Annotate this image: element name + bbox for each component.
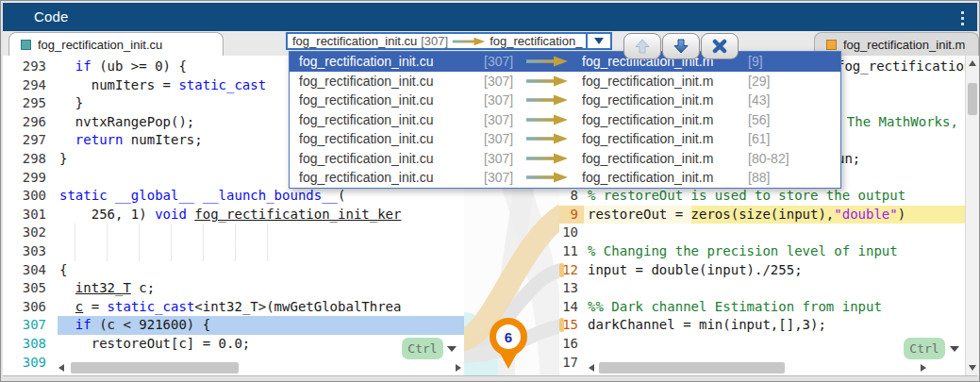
code-text: (c < 921600) { [91,316,210,335]
code-link[interactable]: int32_T [75,279,131,298]
code-text: numIters; [123,131,202,150]
source-hscroll-thumb[interactable] [71,362,239,374]
code-text: input = double(input)./255; [588,261,803,280]
next-trace-button[interactable] [662,33,700,59]
ctrl-key-badge-right[interactable]: Ctrl [904,338,945,359]
previous-trace-button[interactable] [623,33,661,59]
code-text: % restoreOut is used to store the output [588,187,905,206]
combo-dropdown-caret-icon[interactable] [586,34,610,48]
code-text: % Changing the precision level of input [588,242,898,261]
trace-list-item[interactable]: fog_rectification_init.cu[307]fog_rectif… [290,149,840,169]
trace-arrow-icon [525,94,569,106]
code-text: zeros(size(input), [691,206,835,224]
trace-item-source-lines: [307] [484,92,525,108]
trace-list-item[interactable]: fog_rectification_init.cu[307]fog_rectif… [290,129,840,149]
line-number: 9 [559,206,584,224]
code-text: <int32_T>(mwGetGlobalThrea [194,298,401,317]
combo-source-file: fog_rectification_init.cu [292,34,417,48]
code-line[interactable]: 10 [559,224,965,242]
ctrl-key-badge-left[interactable]: Ctrl [402,338,443,359]
scroll-down-icon[interactable] [966,360,979,375]
code-line[interactable]: 307 if (c < 921600) { [3,316,464,335]
code-line[interactable]: 304{ [3,261,464,280]
line-number: 300 [3,187,58,206]
code-link[interactable]: c [75,298,83,317]
line-number: 305 [3,279,58,298]
code-text: static_cast [178,76,266,95]
code-line[interactable]: 15darkChannel = min(input,[],3); [559,316,965,335]
code-line[interactable]: 12input = double(input)./255; [559,261,965,280]
trace-list-item[interactable]: fog_rectification_init.cu[307]fog_rectif… [290,168,840,188]
code-text: (ub >= 0) { [91,58,187,76]
code-text: if [75,316,91,335]
target-hscroll-thumb[interactable] [599,362,785,374]
code-text: restoreOut = [588,206,691,224]
close-icon [711,38,728,55]
up-arrow-icon [634,38,651,55]
line-number: 296 [3,113,58,132]
vertical-scroll-thumb[interactable] [968,83,977,115]
target-horizontal-scrollbar[interactable] [588,361,927,374]
page-title: Code [34,8,69,25]
code-text: void [155,206,187,224]
trace-combo-text: fog_rectification_init.cu [307] fog_rect… [288,34,586,48]
vertical-scrollbar[interactable] [965,56,979,375]
code-line[interactable]: 11% Changing the precision level of inpu… [559,242,965,261]
trace-list-item[interactable]: fog_rectification_init.cu[307]fog_rectif… [290,52,840,72]
trace-item-source: fog_rectification_init.cu [299,74,484,89]
code-line[interactable]: 306 c = static_cast<int32_T>(mwGetGlobal… [3,298,464,317]
window-bottom-strip [3,375,977,382]
scroll-right-icon[interactable] [921,364,926,372]
code-text: restoreOut[c] = 0.0; [59,335,250,354]
trace-marker [559,263,564,277]
code-text: 5 The MathWorks, Inc. [831,113,965,132]
source-horizontal-scrollbar[interactable] [58,361,462,374]
trace-item-target: fog_rectification_init.m [582,131,748,146]
code-line[interactable]: 300static __global__ __launch_bounds__( [3,187,464,206]
code-line[interactable]: 14%% Dark channel Estimation from input [559,298,965,317]
trace-list-item[interactable]: fog_rectification_init.cu[307]fog_rectif… [290,72,840,91]
line-number: 301 [3,206,58,224]
trace-combo-box[interactable]: fog_rectification_init.cu [307] fog_rect… [286,32,612,50]
scroll-left-icon[interactable] [58,364,64,372]
trace-item-source-lines: [307] [484,170,525,185]
cu-file-icon [21,40,31,50]
code-line[interactable]: 303 [3,242,464,261]
code-text: c; [131,279,155,298]
trace-item-target-lines: [88] [748,170,840,185]
code-link[interactable]: fog_rectification_init_ker [194,206,401,224]
trace-list-item[interactable]: fog_rectification_init.cu[307]fog_rectif… [290,110,840,130]
kebab-menu-icon[interactable] [953,8,972,27]
close-trace-button[interactable] [701,33,739,59]
scroll-up-icon[interactable] [966,56,979,71]
chevron-down-icon[interactable] [447,346,457,352]
code-line[interactable]: 308 restoreOut[c] = 0.0; [3,335,464,354]
code-line[interactable]: 9restoreOut = zeros(size(input),"double"… [559,206,965,224]
line-number: 294 [3,76,58,95]
trace-item-target-lines: [80-82] [748,151,840,166]
line-number: 10 [559,224,584,242]
trace-arrow-icon [525,153,569,164]
trace-list-item[interactable]: fog_rectification_init.cu[307]fog_rectif… [290,91,840,110]
line-number: 8 [559,187,584,206]
line-number: 295 [3,94,58,113]
trace-item-target-lines: [43] [748,92,840,108]
chevron-down-icon[interactable] [950,346,959,352]
highlight-fill [905,206,965,224]
m-file-icon [826,40,837,50]
trace-arrow-icon [525,75,569,87]
trace-dropdown-list[interactable]: fog_rectification_init.cu[307]fog_rectif… [289,51,841,189]
code-line[interactable]: 8% restoreOut is used to store the outpu… [559,187,965,206]
trace-arrow-icon [452,37,486,46]
trace-arrow-icon [525,172,569,183]
scroll-left-icon[interactable] [589,364,594,372]
code-line[interactable]: 302 [3,224,464,242]
title-bar: Code [3,3,977,31]
code-line[interactable]: 305 int32_T c; [3,279,464,298]
code-line[interactable]: 301 256, 1) void fog_rectification_init_… [3,206,464,224]
code-text: static [59,187,108,206]
tab-source-file[interactable]: fog_rectification_init.cu [8,32,224,56]
code-line[interactable]: 13 [559,279,965,298]
scroll-right-icon[interactable] [456,364,461,372]
combo-target-file: fog_rectification_ [490,34,582,48]
